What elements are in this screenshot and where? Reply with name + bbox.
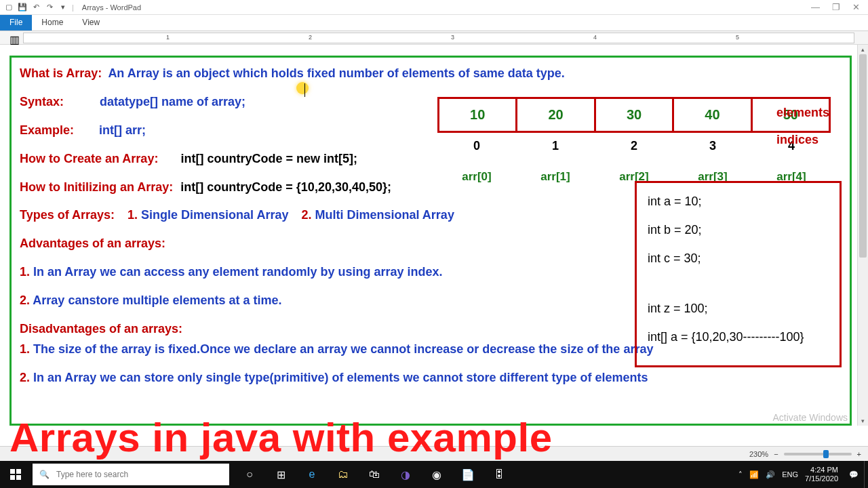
label-types: Types of Arrays: bbox=[20, 208, 115, 222]
svg-rect-0 bbox=[10, 469, 15, 474]
taskbar-search[interactable]: 🔍 Type here to search bbox=[33, 464, 229, 485]
label-disadvantages: Disadvantages of an arrays: bbox=[20, 322, 182, 336]
line-whatis: What is Array: An Array is an object whi… bbox=[20, 64, 842, 83]
code-blank bbox=[648, 278, 829, 290]
language-indicator[interactable]: ENG bbox=[782, 470, 798, 479]
text-type1: Single Dimensional Array bbox=[138, 208, 288, 222]
text-adv2: Array canstore multiple elements at a ti… bbox=[30, 293, 281, 307]
svg-rect-3 bbox=[16, 475, 21, 480]
text-whatis: An Array is an object which holds fixed … bbox=[108, 66, 565, 80]
redo-icon[interactable]: ↷ bbox=[45, 3, 54, 12]
windows-icon bbox=[10, 469, 21, 480]
taskview-icon[interactable]: ⊞ bbox=[266, 461, 296, 488]
taskbar: 🔍 Type here to search ○ ⊞ e 🗂 🛍 ◑ ◉ 📄 🎛 … bbox=[0, 461, 868, 488]
document-area[interactable]: What is Array: An Array is an object whi… bbox=[0, 45, 857, 426]
clock-date: 7/15/2020 bbox=[805, 474, 838, 483]
qat-dropdown-icon[interactable]: ▾ bbox=[58, 3, 68, 12]
start-button[interactable] bbox=[0, 461, 31, 488]
ruler[interactable]: 1 2 3 4 5 bbox=[23, 33, 854, 43]
window-controls: — ❐ ✕ bbox=[803, 2, 868, 12]
text-adv1: In an Array we can access any element ra… bbox=[30, 265, 443, 279]
video-caption-overlay: Arrays in java with example bbox=[0, 414, 868, 461]
tray-chevron-icon[interactable]: ˄ bbox=[738, 470, 743, 479]
quick-access-toolbar: ▢ 💾 ↶ ↷ ▾ | bbox=[0, 3, 78, 12]
num-dis2: 2. bbox=[20, 371, 30, 384]
cursor-highlight-icon bbox=[296, 82, 309, 94]
edge-icon[interactable]: e bbox=[297, 461, 327, 488]
tab-file[interactable]: File bbox=[0, 15, 32, 30]
cortana-icon[interactable]: ○ bbox=[235, 461, 264, 488]
app-icon: ▢ bbox=[4, 3, 14, 12]
tab-view[interactable]: View bbox=[73, 15, 109, 30]
undo-icon[interactable]: ↶ bbox=[31, 3, 41, 12]
label-advantages: Advantages of an arrays: bbox=[20, 237, 165, 250]
show-desktop-button[interactable] bbox=[864, 461, 868, 488]
code-line: int c = 30; bbox=[648, 249, 829, 268]
text-example: int[] arr; bbox=[99, 123, 146, 137]
maximize-button[interactable]: ❐ bbox=[832, 2, 840, 12]
text-syntax: datatype[] name of array; bbox=[100, 95, 245, 108]
volume-icon[interactable]: 🔊 bbox=[766, 470, 775, 479]
example-code-box: int a = 10; int b = 20; int c = 30; int … bbox=[635, 181, 842, 367]
search-placeholder: Type here to search bbox=[56, 470, 128, 479]
label-syntax: Syntax: bbox=[20, 95, 64, 108]
label-elements: elements bbox=[776, 104, 829, 123]
code-line: int b = 20; bbox=[648, 221, 829, 240]
eclipse-icon[interactable]: ◑ bbox=[391, 461, 420, 488]
num-type1: 1. bbox=[127, 208, 138, 222]
ruler-mark: 4 bbox=[593, 34, 597, 41]
line-dis2: 2. In an Array we can store only single … bbox=[20, 369, 842, 388]
array-cell: 10 bbox=[439, 99, 517, 131]
svg-rect-1 bbox=[16, 469, 21, 474]
notifications-icon[interactable]: 💬 bbox=[849, 470, 859, 479]
close-button[interactable]: ✕ bbox=[852, 2, 860, 12]
num-adv2: 2. bbox=[20, 293, 30, 307]
clock[interactable]: 4:24 PM 7/15/2020 bbox=[805, 466, 842, 483]
text-caret-icon bbox=[304, 83, 305, 97]
code-line: int z = 100; bbox=[648, 300, 829, 319]
code-line: int[] a = {10,20,30---------100} bbox=[648, 328, 829, 347]
array-index: 1 bbox=[516, 137, 595, 156]
store-icon[interactable]: 🛍 bbox=[359, 461, 389, 488]
text-type2: Multi Dimensional Array bbox=[312, 208, 454, 222]
text-init: int[] countryCode = {10,20,30,40,50}; bbox=[180, 180, 391, 194]
network-icon[interactable]: 📶 bbox=[749, 470, 759, 479]
window-title: Arrays - WordPad bbox=[78, 3, 803, 12]
array-ref: arr[1] bbox=[516, 168, 595, 186]
minimize-button[interactable]: — bbox=[811, 2, 820, 12]
label-example: Example: bbox=[20, 123, 74, 137]
taskbar-apps: ○ ⊞ e 🗂 🛍 ◑ ◉ 📄 🎛 bbox=[235, 461, 514, 488]
ruler-mark: 3 bbox=[451, 34, 454, 41]
array-cell: 20 bbox=[517, 99, 595, 131]
tab-home[interactable]: Home bbox=[32, 15, 73, 30]
label-indices: indices bbox=[776, 131, 818, 150]
svg-rect-2 bbox=[10, 475, 15, 480]
scroll-up-icon[interactable]: ▴ bbox=[858, 45, 868, 54]
label-create: How to Create an Array: bbox=[20, 152, 158, 165]
vertical-scrollbar[interactable]: ▴ ▾ bbox=[857, 45, 868, 426]
titlebar: ▢ 💾 ↶ ↷ ▾ | Arrays - WordPad — ❐ ✕ bbox=[0, 0, 868, 15]
scroll-thumb[interactable] bbox=[859, 54, 867, 258]
num-type2: 2. bbox=[302, 208, 312, 222]
num-adv1: 1. bbox=[20, 265, 30, 279]
array-index: 0 bbox=[437, 137, 516, 156]
app-icon[interactable]: 🎛 bbox=[484, 461, 514, 488]
explorer-icon[interactable]: 🗂 bbox=[328, 461, 358, 488]
search-icon: 🔍 bbox=[39, 470, 50, 479]
wordpad-icon[interactable]: 📄 bbox=[453, 461, 483, 488]
ruler-toggle-icon[interactable]: ▥ bbox=[9, 33, 19, 43]
chrome-icon[interactable]: ◉ bbox=[422, 461, 452, 488]
save-icon[interactable]: 💾 bbox=[18, 3, 27, 12]
num-dis1: 1. bbox=[20, 342, 30, 356]
array-diagram: 10 20 30 40 50 0 1 2 3 4 arr[0] arr[1] a… bbox=[437, 97, 831, 186]
ruler-mark: 5 bbox=[736, 34, 739, 41]
code-line: int a = 10; bbox=[648, 192, 829, 211]
document-page[interactable]: What is Array: An Array is an object whi… bbox=[9, 56, 852, 426]
ribbon-tabs: File Home View bbox=[0, 15, 868, 31]
text-dis2: In an Array we can store only single typ… bbox=[30, 371, 648, 384]
array-ref: arr[0] bbox=[437, 168, 516, 186]
array-index: 2 bbox=[595, 137, 673, 156]
array-index: 3 bbox=[673, 137, 752, 156]
system-tray: ˄ 📶 🔊 ENG 4:24 PM 7/15/2020 💬 bbox=[733, 466, 864, 483]
clock-time: 4:24 PM bbox=[805, 466, 838, 474]
